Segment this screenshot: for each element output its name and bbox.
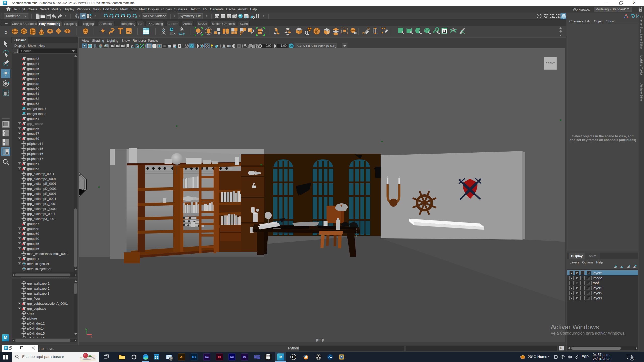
svg-text:0,0,0: 0,0,0	[179, 32, 185, 35]
svg-text:x: x	[91, 335, 92, 338]
svg-text:+: +	[3, 141, 5, 144]
svg-text:IPR: IPR	[227, 16, 230, 18]
svg-text:+: +	[4, 133, 5, 136]
svg-text:EPIC: EPIC	[266, 355, 270, 357]
svg-text:svg: svg	[127, 30, 131, 33]
svg-text:T: T	[255, 355, 257, 358]
svg-text:persp: persp	[316, 338, 324, 342]
svg-text:+: +	[4, 130, 5, 133]
svg-text:FRONT: FRONT	[546, 62, 555, 64]
svg-text:U: U	[292, 355, 294, 359]
svg-text:T: T	[179, 44, 181, 48]
svg-text:y: y	[85, 327, 86, 330]
